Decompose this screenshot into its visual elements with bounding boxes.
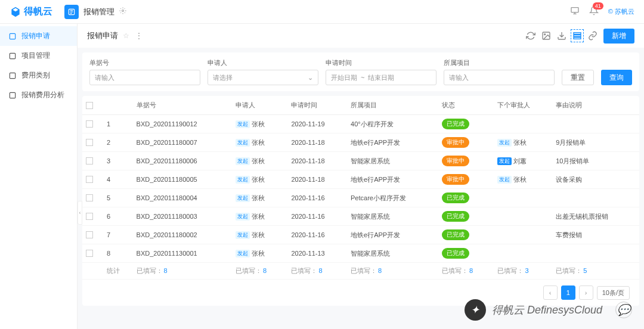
category-icon — [8, 72, 17, 80]
monitor-icon[interactable] — [570, 6, 580, 17]
table-row[interactable]: 2BXD_202011180007发起张秋2020-11-18地铁e行APP开发… — [82, 134, 639, 152]
top-header: 得帆云 报销管理 41 © 苏帆云 — [0, 0, 644, 24]
reason — [552, 115, 639, 134]
row-checkbox[interactable] — [86, 176, 93, 183]
export-icon[interactable] — [557, 31, 566, 41]
doc-no: BXD_202011130001 — [133, 244, 232, 263]
row-checkbox[interactable] — [86, 250, 93, 257]
docno-input[interactable]: 请输入 — [89, 70, 200, 85]
favorite-star-icon[interactable]: ☆ — [123, 32, 129, 40]
row-index: 4 — [103, 170, 133, 189]
status: 审批中 — [438, 134, 494, 152]
column-header: 事由说明 — [552, 96, 639, 115]
applicant: 发起张秋 — [232, 207, 287, 226]
row-index: 1 — [103, 115, 133, 134]
svg-rect-6 — [10, 92, 15, 98]
link-icon[interactable] — [588, 31, 597, 41]
reason: 车费报销 — [552, 226, 639, 244]
applicant: 发起张秋 — [232, 115, 287, 134]
table-row[interactable]: 4BXD_202011180005发起张秋2020-11-18地铁e行APP开发… — [82, 170, 639, 189]
row-index: 2 — [103, 134, 133, 152]
app-name: 报销管理 — [83, 7, 114, 17]
table-row[interactable]: 7BXD_202011180002发起张秋2020-11-16地铁e行APP开发… — [82, 226, 639, 244]
apply-time: 2020-11-16 — [287, 189, 347, 207]
table-row[interactable]: 1BXD_202011190012发起张秋2020-11-1940°小程序开发已… — [82, 115, 639, 134]
next-page-button[interactable]: › — [579, 285, 593, 300]
prev-page-button[interactable]: ‹ — [543, 285, 558, 300]
row-checkbox[interactable] — [86, 231, 93, 238]
app-badge-icon[interactable] — [64, 5, 79, 19]
project: 智能家居系统 — [347, 244, 438, 263]
apply-time: 2020-11-18 — [287, 134, 347, 152]
approver: 发起张秋 — [494, 170, 552, 189]
chart-icon — [8, 91, 17, 100]
sidebar-item-chart-icon[interactable]: 报销费用分析 — [0, 85, 77, 105]
sidebar-item-project-icon[interactable]: 项目管理 — [0, 46, 77, 66]
reason: 设备采购 — [552, 170, 639, 189]
sidebar: 报销申请项目管理费用类别报销费用分析 — [0, 24, 78, 329]
row-checkbox[interactable] — [86, 120, 93, 128]
footer-count: 已填写：8 — [287, 263, 347, 280]
column-header — [82, 96, 103, 115]
reset-button[interactable]: 重置 — [562, 70, 594, 85]
svg-rect-4 — [10, 53, 15, 58]
apply-time: 2020-11-19 — [287, 115, 347, 134]
filter-label-time: 申请时间 — [326, 58, 436, 67]
list-view-icon[interactable] — [572, 31, 582, 41]
sidebar-item-category-icon[interactable]: 费用类别 — [0, 66, 77, 85]
query-button[interactable]: 查询 — [601, 70, 632, 85]
settings-gear-icon[interactable] — [119, 7, 126, 16]
project-input[interactable]: 请输入 — [444, 70, 555, 85]
svg-rect-10 — [574, 35, 581, 37]
collapse-sidebar-icon[interactable]: ‹ — [78, 201, 82, 225]
table-row[interactable]: 8BXD_202011130001发起张秋2020-11-13智能家居系统已完成 — [82, 244, 639, 263]
more-dots-icon[interactable]: ⋮ — [135, 32, 143, 40]
column-header: 单据号 — [133, 96, 232, 115]
table-row[interactable]: 6BXD_202011180003发起张秋2020-11-16智能家居系统已完成… — [82, 207, 639, 226]
sidebar-item-label: 报销费用分析 — [21, 90, 64, 100]
row-checkbox[interactable] — [86, 157, 93, 164]
row-index: 8 — [103, 244, 133, 263]
page-title: 报销申请 — [87, 30, 118, 41]
user-label[interactable]: © 苏帆云 — [608, 7, 634, 16]
approver — [494, 115, 552, 134]
page-number-button[interactable]: 1 — [561, 285, 575, 300]
status: 已完成 — [438, 207, 494, 226]
date-range-input[interactable]: 开始日期~结束日期 — [326, 70, 436, 85]
new-button[interactable]: 新增 — [603, 29, 634, 44]
footer-count: 已填写：5 — [552, 263, 639, 280]
approver — [494, 189, 552, 207]
row-checkbox[interactable] — [86, 139, 93, 146]
table-row[interactable]: 3BXD_202011180006发起张秋2020-11-18智能家居系统审批中… — [82, 152, 639, 170]
applicant: 发起张秋 — [232, 226, 287, 244]
table-container: ‹ 单据号申请人申请时间所属项目状态下个审批人事由说明 1BXD_2020111… — [82, 96, 639, 306]
refresh-icon[interactable] — [526, 31, 535, 41]
select-all-checkbox[interactable] — [86, 102, 93, 109]
svg-rect-11 — [574, 38, 581, 39]
column-header: 所属项目 — [347, 96, 438, 115]
image-icon[interactable] — [541, 31, 551, 41]
status: 审批中 — [438, 170, 494, 189]
apply-time: 2020-11-18 — [287, 170, 347, 189]
doc-no: BXD_202011180004 — [133, 189, 232, 207]
reason: 出差无锡机票报销 — [552, 207, 639, 226]
reason: 10月报销单 — [552, 152, 639, 170]
footer-count: 已填写：8 — [438, 263, 494, 280]
row-checkbox[interactable] — [86, 194, 93, 201]
notification-bell-icon[interactable]: 41 — [589, 6, 599, 17]
svg-point-1 — [122, 10, 124, 12]
page-size-select[interactable]: 10条/页 — [597, 286, 630, 300]
applicant-select[interactable]: 请选择⌄ — [208, 70, 318, 85]
logo[interactable]: 得帆云 — [10, 5, 52, 18]
footer-count: 已填写：8 — [133, 263, 232, 280]
table-row[interactable]: 5BXD_202011180004发起张秋2020-11-16Petcare小程… — [82, 189, 639, 207]
row-checkbox[interactable] — [86, 213, 93, 220]
svg-rect-2 — [571, 8, 578, 13]
approver — [494, 207, 552, 226]
apply-time: 2020-11-18 — [287, 152, 347, 170]
chat-bubble-icon[interactable]: 💬 — [615, 302, 632, 318]
approver — [494, 244, 552, 263]
filter-label-project: 所属项目 — [444, 58, 555, 67]
applicant: 发起张秋 — [232, 134, 287, 152]
sidebar-item-file-icon[interactable]: 报销申请 — [0, 26, 77, 46]
